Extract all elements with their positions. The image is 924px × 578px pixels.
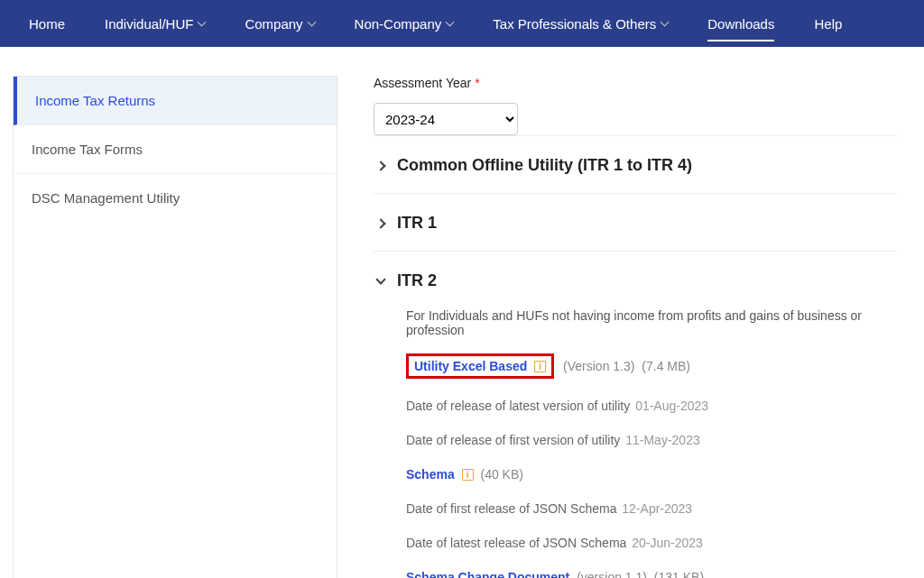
section-itr1[interactable]: ITR 1 [374,193,897,251]
nav-company-label: Company [245,16,302,32]
date-latest-utility: Date of release of latest version of uti… [406,399,897,413]
schema-change-version: (version 1.1) [577,570,647,578]
assessment-year-select[interactable]: 2023-24 [374,103,518,135]
sidebar-item-returns[interactable]: Income Tax Returns [14,77,337,125]
schema-change-link[interactable]: Schema Change Document [406,570,569,578]
chevron-down-icon [198,17,207,26]
utility-size: (7.4 MB) [642,359,690,373]
json-latest-row: Date of latest release of JSON Schema 20… [406,536,897,550]
json-latest-label: Date of latest release of JSON Schema [406,536,626,550]
section-common-utility[interactable]: Common Offline Utility (ITR 1 to ITR 4) [374,135,897,193]
sidebar-item-forms[interactable]: Income Tax Forms [14,125,337,174]
date-latest-label: Date of release of latest version of uti… [406,399,630,413]
highlight-box: Utility Excel Based i [406,353,554,379]
json-first-label: Date of first release of JSON Schema [406,501,616,516]
nav-taxpro-label: Tax Professionals & Others [493,16,656,32]
schema-size: (40 KB) [480,467,522,482]
date-latest-value: 01-Aug-2023 [635,399,708,413]
nav-company[interactable]: Company [225,0,334,47]
utility-row: Utility Excel Based i (Version 1.3) (7.4… [406,353,897,379]
date-first-label: Date of release of first version of util… [406,433,620,447]
chevron-down-icon [446,17,455,26]
nav-home[interactable]: Home [9,0,85,47]
itr2-description: For Individuals and HUFs not having inco… [406,308,897,337]
nav-downloads[interactable]: Downloads [688,0,794,47]
main-panel: Assessment Year* 2023-24 Common Offline … [337,76,924,578]
required-star: * [475,76,479,90]
sidebar-item-dsc[interactable]: DSC Management Utility [14,174,337,222]
info-icon[interactable]: i [462,469,474,481]
schema-row: Schema i (40 KB) [406,467,897,482]
assessment-year-text: Assessment Year [374,76,471,90]
main-container: Income Tax Returns Income Tax Forms DSC … [0,47,924,578]
json-latest-value: 20-Jun-2023 [632,536,703,550]
schema-change-row: Schema Change Document (version 1.1) (13… [406,570,897,578]
chevron-down-icon [375,274,385,284]
nav-noncompany-label: Non-Company [355,16,442,32]
schema-link[interactable]: Schema [406,467,455,482]
date-first-utility: Date of release of first version of util… [406,433,897,447]
nav-noncompany[interactable]: Non-Company [335,0,474,47]
nav-individual[interactable]: Individual/HUF [85,0,225,47]
chevron-right-icon [375,218,385,228]
utility-version: (Version 1.3) [563,359,634,373]
date-first-value: 11-May-2023 [625,433,700,447]
assessment-year-label: Assessment Year* [374,76,897,90]
sidebar: Income Tax Returns Income Tax Forms DSC … [13,76,337,578]
top-nav: Home Individual/HUF Company Non-Company … [0,0,924,47]
section-itr2[interactable]: ITR 2 [374,251,897,308]
json-first-row: Date of first release of JSON Schema 12-… [406,501,897,516]
section-itr2-title: ITR 2 [397,271,437,290]
section-common-title: Common Offline Utility (ITR 1 to ITR 4) [397,156,692,175]
json-first-value: 12-Apr-2023 [622,501,692,516]
section-itr1-title: ITR 1 [397,214,437,233]
itr2-content: For Individuals and HUFs not having inco… [374,308,897,578]
chevron-right-icon [375,161,385,170]
utility-excel-link[interactable]: Utility Excel Based [414,359,527,373]
nav-help[interactable]: Help [794,0,862,47]
nav-taxpro[interactable]: Tax Professionals & Others [473,0,688,47]
chevron-down-icon [307,17,316,26]
chevron-down-icon [661,17,670,26]
info-icon[interactable]: i [534,361,546,372]
nav-individual-label: Individual/HUF [105,16,193,32]
schema-change-size: (131 KB) [654,570,704,578]
